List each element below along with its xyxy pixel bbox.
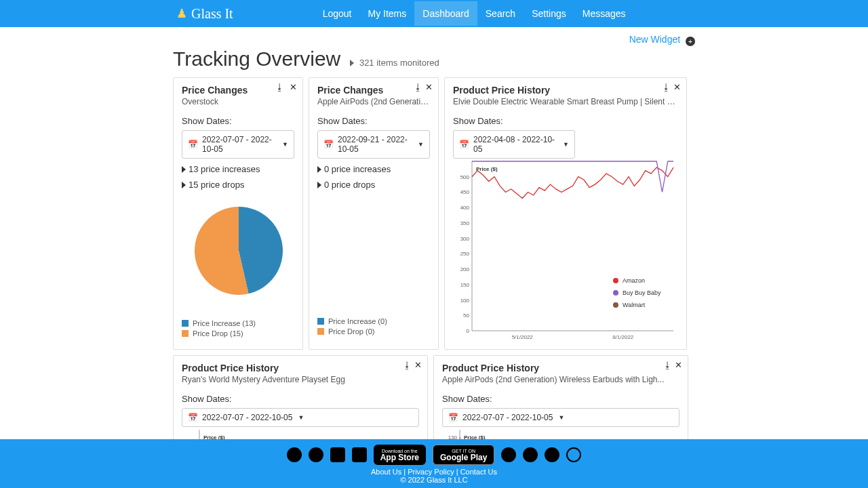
price-drops-link[interactable]: 15 price drops xyxy=(182,180,294,190)
chevron-down-icon: ▼ xyxy=(282,141,288,148)
nav-settings[interactable]: Settings xyxy=(524,1,574,26)
top-navbar: ♟ Glass It LogoutMy ItemsDashboardSearch… xyxy=(0,0,868,27)
svg-text:350: 350 xyxy=(460,220,470,226)
download-icon[interactable]: ⭳ xyxy=(275,82,284,92)
page-title: Tracking Overview xyxy=(173,47,340,70)
twitter-icon[interactable] xyxy=(309,447,323,462)
svg-point-18 xyxy=(613,290,618,296)
widget-subtitle: Elvie Double Electric Wearable Smart Bre… xyxy=(453,97,678,106)
download-icon[interactable]: ⭳ xyxy=(662,82,671,92)
download-icon[interactable]: ⭳ xyxy=(663,360,672,370)
calendar-icon: 📅 xyxy=(188,140,198,149)
monitored-count[interactable]: 321 items monitored xyxy=(350,58,439,68)
show-dates-label: Show Dates: xyxy=(317,116,430,126)
svg-text:300: 300 xyxy=(460,236,470,242)
footer-links: About Us | Privacy Policy | Contact Us ©… xyxy=(0,468,868,474)
footer-link-contact[interactable]: Contact Us xyxy=(460,468,497,474)
brand[interactable]: ♟ Glass It xyxy=(176,6,233,22)
legend-swatch-drop xyxy=(317,328,324,335)
show-dates-label: Show Dates: xyxy=(453,116,678,126)
nav-logout[interactable]: Logout xyxy=(315,1,360,26)
svg-text:100: 100 xyxy=(460,298,470,304)
show-dates-label: Show Dates: xyxy=(182,394,419,404)
date-range-picker[interactable]: 📅 2022-07-07 - 2022-10-05 ▼ xyxy=(182,130,294,159)
calendar-icon: 📅 xyxy=(188,413,198,422)
footer-link-privacy[interactable]: Privacy Policy xyxy=(408,468,454,474)
nav-search[interactable]: Search xyxy=(477,1,524,26)
svg-text:5/1/2022: 5/1/2022 xyxy=(512,334,534,340)
close-icon[interactable]: ✕ xyxy=(290,82,297,92)
svg-text:Buy Buy Baby: Buy Buy Baby xyxy=(623,289,661,296)
calendar-icon: 📅 xyxy=(448,413,458,422)
svg-text:200: 200 xyxy=(460,266,470,272)
widget-title: Product Price History xyxy=(442,363,679,373)
svg-text:250: 250 xyxy=(460,251,470,257)
linkedin-icon[interactable] xyxy=(352,447,367,462)
nav-dashboard[interactable]: Dashboard xyxy=(414,1,477,26)
widget-price-changes-airpods: ⭳✕ Price Changes Apple AirPods (2nd Gene… xyxy=(309,77,439,350)
svg-text:0: 0 xyxy=(467,328,470,334)
svg-text:150: 150 xyxy=(460,282,470,288)
svg-text:Price ($): Price ($) xyxy=(476,166,498,172)
chevron-down-icon: ▼ xyxy=(558,414,564,421)
chrome-icon[interactable] xyxy=(523,447,538,462)
legend-swatch-increase xyxy=(182,320,189,327)
instagram-icon[interactable] xyxy=(330,447,345,462)
widget-subtitle: Overstock xyxy=(182,97,294,106)
legend-increase: Price Increase (0) xyxy=(328,317,387,325)
widget-subtitle: Ryan's World Mystery Adventure Playset E… xyxy=(182,375,419,384)
price-drops-link[interactable]: 0 price drops xyxy=(317,180,430,190)
widget-title: Product Price History xyxy=(182,363,419,373)
chevron-down-icon: ▼ xyxy=(298,414,304,421)
date-range-picker[interactable]: 📅 2022-07-07 - 2022-10-05 ▼ xyxy=(442,408,679,427)
nav-messages[interactable]: Messages xyxy=(574,1,634,26)
svg-text:400: 400 xyxy=(460,205,470,211)
close-icon[interactable]: ✕ xyxy=(425,82,433,92)
close-icon[interactable]: ✕ xyxy=(675,360,682,370)
calendar-icon: 📅 xyxy=(323,140,334,149)
svg-text:450: 450 xyxy=(460,189,470,195)
nav-links: LogoutMy ItemsDashboardSearchSettingsMes… xyxy=(315,1,634,26)
date-range-picker[interactable]: 📅 2022-07-07 - 2022-10-05 ▼ xyxy=(182,408,419,427)
google-play-badge[interactable]: GET IT ON Google Play xyxy=(433,445,494,465)
close-icon[interactable]: ✕ xyxy=(673,82,681,92)
legend-swatch-drop xyxy=(182,330,189,337)
price-increases-link[interactable]: 13 price increases xyxy=(182,164,294,174)
download-icon[interactable]: ⭳ xyxy=(403,360,412,370)
footer: Download on the App Store GET IT ON Goog… xyxy=(0,439,868,474)
svg-text:8/1/2022: 8/1/2022 xyxy=(612,334,634,340)
widget-subtitle: Apple AirPods (2nd Generation) Wireless … xyxy=(442,375,679,384)
legend-drop: Price Drop (0) xyxy=(328,327,374,336)
new-widget-label: New Widget xyxy=(629,34,680,45)
svg-text:Amazon: Amazon xyxy=(623,277,645,284)
footer-link-about[interactable]: About Us xyxy=(371,468,401,474)
close-icon[interactable]: ✕ xyxy=(414,360,422,370)
app-store-badge[interactable]: Download on the App Store xyxy=(374,445,426,465)
price-increases-link[interactable]: 0 price increases xyxy=(317,164,430,174)
brand-logo-icon: ♟ xyxy=(176,6,187,21)
nav-my-items[interactable]: My Items xyxy=(360,1,415,26)
svg-text:500: 500 xyxy=(460,174,470,180)
chevron-down-icon: ▼ xyxy=(563,141,569,148)
date-range-picker[interactable]: 📅 2022-09-21 - 2022-10-05 ▼ xyxy=(317,130,430,159)
plus-icon: + xyxy=(686,37,695,46)
pie-chart xyxy=(182,190,296,312)
svg-point-20 xyxy=(613,302,618,308)
svg-point-16 xyxy=(613,278,618,283)
calendar-icon: 📅 xyxy=(459,140,469,149)
edge-icon[interactable] xyxy=(545,447,559,462)
download-icon[interactable]: ⭳ xyxy=(414,82,422,92)
chevron-down-icon: ▼ xyxy=(418,141,424,148)
facebook-icon[interactable] xyxy=(287,447,302,462)
brand-name: Glass It xyxy=(191,6,233,22)
svg-text:50: 50 xyxy=(463,312,469,319)
show-dates-label: Show Dates: xyxy=(182,116,294,126)
widget-title: Product Price History xyxy=(453,85,678,96)
svg-text:Walmart: Walmart xyxy=(623,302,646,308)
compass-icon[interactable] xyxy=(566,447,581,462)
new-widget-link[interactable]: New Widget + xyxy=(629,34,695,45)
date-range-picker[interactable]: 📅 2022-04-08 - 2022-10-05 ▼ xyxy=(453,130,575,159)
safari-icon[interactable] xyxy=(501,447,516,462)
widget-price-changes-overstock: ⭳ ✕ Price Changes Overstock Show Dates: … xyxy=(173,77,303,350)
widget-price-history-elvie: ⭳✕ Product Price History Elvie Double El… xyxy=(444,77,687,350)
